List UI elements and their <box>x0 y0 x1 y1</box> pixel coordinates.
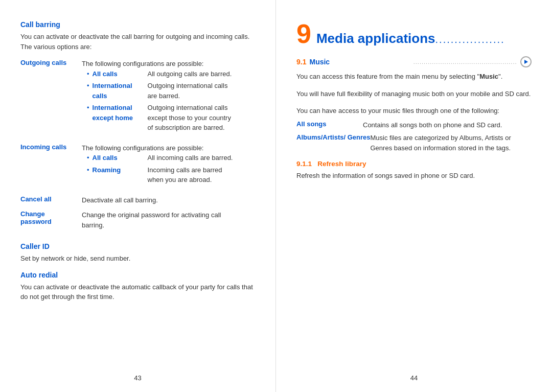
incoming-roaming-desc: Incoming calls are barredwhen you are ab… <box>148 165 222 185</box>
music-bold: Music <box>479 73 498 80</box>
albums-row: Albums/Artists/ Genres Music files are c… <box>296 133 532 153</box>
all-songs-desc: Contains all songs both on phone and SD … <box>363 120 532 130</box>
incoming-all-calls-row: • All calls All incoming calls are barre… <box>87 153 260 163</box>
bullet-icon: • <box>87 69 89 79</box>
svg-marker-0 <box>524 60 528 64</box>
change-password-desc: Change the original password for activat… <box>82 210 255 233</box>
incoming-all-calls-desc: All incoming calls are barred. <box>148 153 233 163</box>
subsection-9-1-1-header: 9.1.1 Refresh library <box>296 160 532 168</box>
page-spread: Call barring You can activate or deactiv… <box>0 0 552 392</box>
change-password-section: Change password Change the original pass… <box>20 210 255 233</box>
def-row-incoming: Incoming calls The following configurati… <box>20 143 255 191</box>
call-barring-intro: You can activate or deactivate the call … <box>20 32 255 52</box>
caller-id-title: Caller ID <box>20 242 255 250</box>
section-9-1-num: 9.1 <box>296 58 306 66</box>
chapter-header: 9 Media applications .................. <box>296 20 532 47</box>
outgoing-intl-term: Internationalcalls <box>93 81 144 101</box>
caller-id-desc: Set by network or hide, send number. <box>20 253 255 264</box>
section-9-1-intro1: You can access this feature from the mai… <box>296 72 532 82</box>
incoming-calls-desc: The following configurations are possibl… <box>82 143 255 191</box>
outgoing-intl-row: • Internationalcalls Outgoing internatio… <box>87 81 260 101</box>
incoming-roaming-row: • Roaming Incoming calls are barredwhen … <box>87 165 260 185</box>
right-page: 9 Media applications .................. … <box>276 0 552 392</box>
albums-term: Albums/Artists/ Genres <box>296 133 371 142</box>
play-icon[interactable] <box>520 56 532 67</box>
subsection-title: Refresh library <box>317 160 366 168</box>
incoming-calls-section: Incoming calls The following configurati… <box>20 143 255 191</box>
def-row-cancel: Cancel all Deactivate all call barring. <box>20 195 255 209</box>
outgoing-all-calls-row: • All calls All outgoing calls are barre… <box>87 69 260 79</box>
cancel-all-term: Cancel all <box>20 195 82 209</box>
change-password-term: Change password <box>20 210 82 233</box>
bullet-icon: • <box>87 165 89 175</box>
bullet-icon: • <box>87 153 89 163</box>
chapter-title: Media applications <box>316 31 435 47</box>
auto-redial-desc: You can activate or deactivate the autom… <box>20 282 255 302</box>
outgoing-all-calls-desc: All outgoing calls are barred. <box>148 69 232 79</box>
incoming-roaming-term: Roaming <box>93 165 144 175</box>
left-page-number: 43 <box>134 374 141 382</box>
incoming-calls-term: Incoming calls <box>20 143 82 191</box>
subsection-num: 9.1.1 <box>296 160 312 168</box>
section-9-1-intro3: You can have access to your music files … <box>296 106 532 116</box>
all-songs-term: All songs <box>296 120 363 128</box>
auto-redial-title: Auto redial <box>20 271 255 279</box>
outgoing-intl-desc: Outgoing international callsare barred. <box>148 81 228 101</box>
def-row-outgoing: Outgoing calls The following configurati… <box>20 59 255 139</box>
subsection-desc: Refresh the information of songs saved i… <box>296 171 532 181</box>
bullet-icon: • <box>87 103 89 113</box>
section-9-1-name: Music <box>309 58 413 66</box>
def-row-password: Change password Change the original pass… <box>20 210 255 233</box>
chapter-dots: .................. <box>435 34 505 45</box>
all-songs-row: All songs Contains all songs both on pho… <box>296 120 532 130</box>
outgoing-intl-except-desc: Outgoing international callsexcept those… <box>148 103 231 133</box>
outgoing-intl-except-row: • Internationalexcept home Outgoing inte… <box>87 103 260 133</box>
section-9-1-header: 9.1 Music ..............................… <box>296 56 532 67</box>
outgoing-calls-desc: The following configurations are possibl… <box>82 59 255 139</box>
left-page: Call barring You can activate or deactiv… <box>0 0 276 392</box>
outgoing-all-calls-term: All calls <box>93 69 144 79</box>
incoming-sub-table: • All calls All incoming calls are barre… <box>87 153 260 185</box>
music-items-table: All songs Contains all songs both on pho… <box>296 120 532 153</box>
chapter-number: 9 <box>296 20 311 47</box>
outgoing-sub-table: • All calls All outgoing calls are barre… <box>87 69 260 133</box>
section-9-1-intro2: You will have full flexibility of managi… <box>296 89 532 99</box>
outgoing-calls-section: Outgoing calls The following configurati… <box>20 59 255 139</box>
outgoing-intl-except-term: Internationalexcept home <box>93 103 144 123</box>
cancel-all-section: Cancel all Deactivate all call barring. <box>20 195 255 209</box>
albums-desc: Music files are categorized by Albums, A… <box>371 133 532 153</box>
right-page-number: 44 <box>410 374 418 382</box>
call-barring-title: Call barring <box>20 20 255 29</box>
section-dots: ........................................… <box>413 59 517 65</box>
cancel-all-desc: Deactivate all call barring. <box>82 195 255 209</box>
incoming-all-calls-term: All calls <box>93 153 144 163</box>
outgoing-calls-term: Outgoing calls <box>20 59 82 139</box>
bullet-icon: • <box>87 81 89 91</box>
